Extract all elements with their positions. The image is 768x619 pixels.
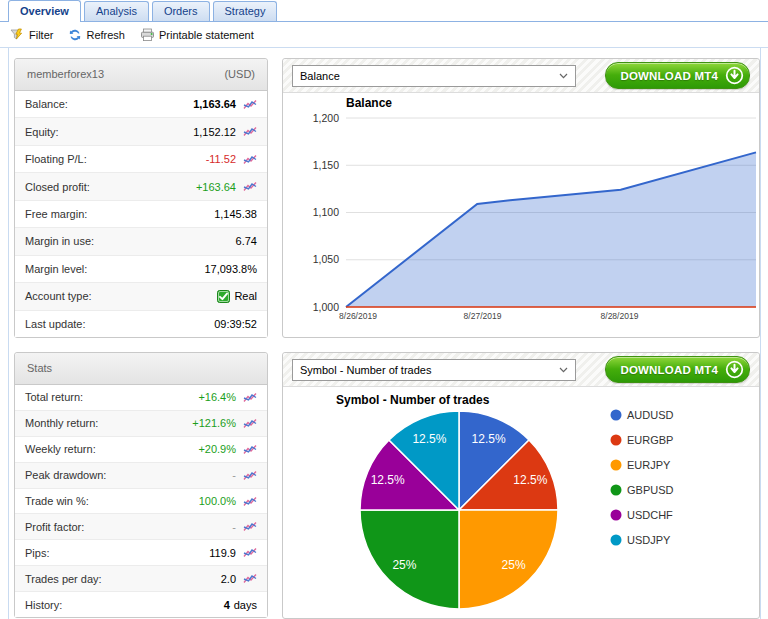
row-equity: Equity:1,152.12	[15, 118, 267, 145]
svg-text:8/28/2019: 8/28/2019	[601, 311, 639, 321]
svg-text:12.5%: 12.5%	[513, 473, 547, 487]
legend-item-eurjpy: EURJPY	[611, 459, 672, 471]
svg-text:EURGBP: EURGBP	[627, 434, 673, 446]
svg-text:1,100: 1,100	[313, 206, 339, 218]
sparkline-chart-icon[interactable]	[243, 99, 257, 110]
account-summary-panel: memberforex13 (USD) Balance:1,163.64Equi…	[14, 58, 268, 338]
row-balance: Balance:1,163.64	[15, 91, 267, 118]
row-label: Closed profit:	[25, 181, 196, 193]
row-label: Equity:	[25, 126, 193, 138]
svg-text:USDCHF: USDCHF	[627, 509, 673, 521]
sparkline-chart-icon[interactable]	[243, 418, 257, 429]
row-value: +163.64	[196, 181, 236, 193]
refresh-button[interactable]: Refresh	[68, 28, 125, 42]
row-value: 1,152.12	[193, 126, 236, 138]
svg-text:EURJPY: EURJPY	[627, 459, 671, 471]
svg-text:12.5%: 12.5%	[472, 432, 506, 446]
printable-statement-label: Printable statement	[159, 29, 254, 41]
row-closed-profit: Closed profit:+163.64	[15, 173, 267, 200]
sparkline-chart-icon[interactable]	[243, 547, 257, 558]
refresh-label: Refresh	[86, 29, 125, 41]
svg-text:1,000: 1,000	[313, 301, 339, 313]
svg-text:Balance: Balance	[346, 96, 392, 110]
svg-text:GBPUSD: GBPUSD	[627, 484, 674, 496]
row-floating-p-l: Floating P/L:-11.52	[15, 146, 267, 173]
svg-text:1,050: 1,050	[313, 253, 339, 265]
sparkline-chart-icon[interactable]	[243, 496, 257, 507]
row-last-update: Last update:09:39:52	[15, 311, 267, 337]
filter-button[interactable]: Filter	[10, 28, 53, 42]
sparkline-chart-icon[interactable]	[243, 154, 257, 165]
row-trades-per-day: Trades per day:2.0	[15, 566, 267, 592]
symbol-chart-dropdown[interactable]: Symbol - Number of trades	[292, 359, 576, 381]
printable-statement-button[interactable]: Printable statement	[140, 28, 254, 42]
tab-orders[interactable]: Orders	[152, 1, 210, 21]
row-free-margin: Free margin:1,145.38	[15, 201, 267, 228]
tab-strategy[interactable]: Strategy	[213, 1, 278, 21]
row-value: 09:39:52	[214, 318, 257, 330]
row-label: Monthly return:	[25, 417, 192, 429]
row-value: 1,145.38	[214, 208, 257, 220]
row-value: +20.9%	[198, 443, 236, 455]
row-value: -	[232, 469, 236, 481]
svg-text:8/27/2019: 8/27/2019	[464, 311, 502, 321]
row-value: 6.74	[236, 235, 257, 247]
row-value: Real	[217, 290, 257, 303]
row-peak-drawdown: Peak drawdown:-	[15, 463, 267, 489]
row-trade-win: Trade win %:100.0%	[15, 489, 267, 515]
stats-panel: Stats Total return:+16.4%Monthly return:…	[14, 352, 268, 618]
chart-type-dropdown-value: Balance	[300, 70, 340, 82]
sparkline-chart-icon[interactable]	[243, 573, 257, 584]
tab-overview[interactable]: Overview	[8, 0, 81, 22]
stats-panel-header: Stats	[15, 353, 267, 385]
legend-item-gbpusd: GBPUSD	[611, 484, 674, 496]
chevron-down-icon	[559, 367, 568, 373]
row-value: 1,163.64	[193, 98, 236, 110]
row-value: -	[232, 521, 236, 533]
filter-icon	[10, 28, 25, 42]
sparkline-chart-icon[interactable]	[243, 470, 257, 481]
row-monthly-return: Monthly return:+121.6%	[15, 411, 267, 437]
row-margin-level: Margin level:17,093.8%	[15, 256, 267, 283]
account-panel-header: memberforex13 (USD)	[15, 59, 267, 91]
symbol-chart-dropdown-value: Symbol - Number of trades	[300, 364, 431, 376]
download-mt4-button[interactable]: DOWNLOAD MT4	[605, 62, 750, 89]
row-value: -11.52	[206, 153, 236, 165]
row-label: History:	[25, 599, 224, 611]
row-history: History:4 days	[15, 592, 267, 617]
row-label: Pips:	[25, 547, 209, 559]
balance-chart: 1,0001,0501,1001,1501,200Balance8/26/201…	[283, 93, 759, 339]
stats-rows: Total return:+16.4%Monthly return:+121.6…	[15, 385, 267, 617]
legend-item-eurgbp: EURGBP	[611, 434, 674, 446]
row-account-type: Account type:Real	[15, 283, 267, 310]
row-label: Trade win %:	[25, 495, 199, 507]
row-label: Margin in use:	[25, 235, 236, 247]
balance-chart-panel: Balance DOWNLOAD MT4 1,0001,0501,1001,15…	[282, 58, 760, 338]
svg-text:25%: 25%	[502, 558, 526, 572]
row-label: Peak drawdown:	[25, 469, 232, 481]
row-label: Margin level:	[25, 263, 204, 275]
sparkline-chart-icon[interactable]	[243, 444, 257, 455]
sparkline-chart-icon[interactable]	[243, 392, 257, 403]
symbol-pie-chart: Symbol - Number of trades12.5%12.5%25%25…	[283, 387, 759, 619]
svg-text:USDJPY: USDJPY	[627, 534, 671, 546]
row-label: Balance:	[25, 98, 193, 110]
row-pips: Pips:119.9	[15, 540, 267, 566]
row-profit-factor: Profit factor:-	[15, 514, 267, 540]
svg-text:12.5%: 12.5%	[371, 473, 405, 487]
row-label: Trades per day:	[25, 573, 221, 585]
tab-bar: OverviewAnalysisOrdersStrategy	[0, 0, 768, 22]
row-label: Free margin:	[25, 208, 214, 220]
download-arrow-icon	[725, 66, 744, 85]
chart-type-dropdown[interactable]: Balance	[292, 65, 576, 87]
svg-text:12.5%: 12.5%	[412, 432, 446, 446]
symbol-panel-header: Symbol - Number of trades DOWNLOAD MT4	[283, 353, 759, 387]
download-mt4-button[interactable]: DOWNLOAD MT4	[605, 356, 750, 383]
tab-analysis[interactable]: Analysis	[84, 1, 149, 21]
sparkline-chart-icon[interactable]	[243, 126, 257, 137]
sparkline-chart-icon[interactable]	[243, 181, 257, 192]
filter-label: Filter	[29, 29, 53, 41]
sparkline-chart-icon[interactable]	[243, 521, 257, 532]
row-value: +121.6%	[192, 417, 236, 429]
download-mt4-label: DOWNLOAD MT4	[620, 364, 718, 376]
